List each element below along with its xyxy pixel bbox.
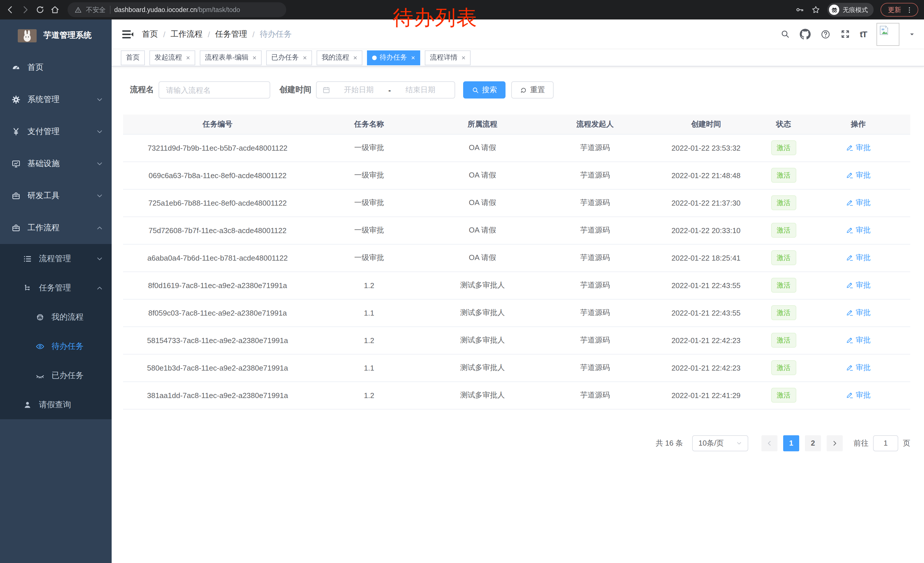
avatar-caret-icon[interactable] bbox=[909, 31, 915, 37]
app-logo[interactable]: 芋道管理系统 bbox=[0, 20, 112, 51]
task-name: 1.1 bbox=[312, 299, 426, 326]
approve-button[interactable]: 审批 bbox=[846, 280, 871, 290]
chevron-up-icon bbox=[96, 284, 103, 291]
status-badge: 激活 bbox=[771, 388, 796, 402]
list-icon bbox=[23, 254, 32, 263]
close-icon[interactable]: × bbox=[461, 54, 465, 62]
approve-label: 审批 bbox=[856, 335, 871, 345]
bookmark-star-icon[interactable] bbox=[811, 5, 820, 14]
close-icon[interactable]: × bbox=[411, 54, 415, 62]
edit-icon bbox=[846, 144, 854, 152]
prev-page-button[interactable] bbox=[761, 435, 777, 451]
browser-menu-icon[interactable] bbox=[906, 6, 913, 14]
page-1-button[interactable]: 1 bbox=[783, 435, 799, 451]
search-button-label: 搜索 bbox=[482, 85, 497, 95]
help-icon[interactable] bbox=[820, 29, 831, 39]
task-id: 725a1eb6-7b88-11ec-8ef0-acde48001122 bbox=[123, 189, 312, 216]
sidebar-item-todo-tasks[interactable]: 待办任务 bbox=[0, 332, 112, 361]
tab-done-tasks[interactable]: 已办任务× bbox=[266, 50, 312, 65]
close-icon[interactable]: × bbox=[353, 54, 357, 62]
close-icon[interactable]: × bbox=[186, 54, 190, 62]
close-icon[interactable]: × bbox=[252, 54, 256, 62]
sidebar-item-done-tasks[interactable]: 已办任务 bbox=[0, 361, 112, 390]
status-badge: 激活 bbox=[771, 278, 796, 293]
user-icon bbox=[23, 400, 32, 409]
starter: 芋道源码 bbox=[539, 162, 651, 189]
url-host: dashboard.yudao.iocoder.cn bbox=[114, 6, 197, 13]
date-range-separator: - bbox=[387, 86, 392, 94]
tab-start-process[interactable]: 发起流程× bbox=[149, 50, 195, 65]
search-icon[interactable] bbox=[780, 29, 790, 39]
starter: 芋道源码 bbox=[539, 354, 651, 381]
date-range-picker[interactable]: 开始日期 - 结束日期 bbox=[316, 81, 455, 99]
process-name-input[interactable] bbox=[159, 81, 270, 99]
approve-label: 审批 bbox=[856, 225, 871, 236]
tab-process-detail[interactable]: 流程详情× bbox=[425, 50, 471, 65]
reset-button[interactable]: 重置 bbox=[511, 81, 554, 99]
page-size-select[interactable]: 10条/页 bbox=[692, 435, 748, 451]
font-size-icon[interactable]: tT bbox=[860, 29, 867, 39]
fullscreen-icon[interactable] bbox=[840, 29, 850, 39]
approve-button[interactable]: 审批 bbox=[846, 308, 871, 318]
broken-image-icon bbox=[878, 24, 890, 36]
sidebar-item-task-management[interactable]: 任务管理 bbox=[0, 273, 112, 302]
approve-button[interactable]: 审批 bbox=[846, 143, 871, 153]
task-id: 75d72608-7b7f-11ec-a3c8-acde48001122 bbox=[123, 216, 312, 244]
close-icon[interactable]: × bbox=[303, 54, 307, 62]
sidebar-item-label: 首页 bbox=[27, 62, 44, 73]
task-id: 8f0d1619-7ac8-11ec-a9e2-a2380e71991a bbox=[123, 272, 312, 299]
password-key-icon[interactable] bbox=[795, 5, 804, 14]
breadcrumb-workflow[interactable]: 工作流程 bbox=[171, 29, 202, 39]
end-date-placeholder[interactable]: 结束日期 bbox=[392, 85, 449, 95]
sidebar-toggle-icon[interactable] bbox=[121, 27, 135, 41]
tab-label: 待办任务 bbox=[380, 53, 407, 62]
next-page-button[interactable] bbox=[826, 435, 843, 451]
col-task-name: 任务名称 bbox=[312, 114, 426, 134]
search-button[interactable]: 搜索 bbox=[463, 81, 506, 99]
approve-button[interactable]: 审批 bbox=[846, 335, 871, 345]
forward-icon[interactable] bbox=[21, 5, 30, 14]
approve-button[interactable]: 审批 bbox=[846, 390, 871, 400]
tab-todo-tasks[interactable]: 待办任务× bbox=[367, 50, 420, 65]
sidebar-item-infrastructure[interactable]: 基础设施 bbox=[0, 148, 112, 180]
page-2-button[interactable]: 2 bbox=[805, 435, 821, 451]
status-badge: 激活 bbox=[771, 223, 796, 238]
table-row: 381aa1dd-7ac8-11ec-a9e2-a2380e71991a1.2测… bbox=[123, 381, 910, 409]
sidebar-item-my-process[interactable]: 我的流程 bbox=[0, 302, 112, 332]
page-size-value: 10条/页 bbox=[699, 438, 724, 448]
avatar[interactable] bbox=[876, 23, 899, 45]
home-icon[interactable] bbox=[50, 5, 60, 14]
goto-page-input[interactable] bbox=[873, 435, 898, 451]
approve-button[interactable]: 审批 bbox=[846, 252, 871, 263]
breadcrumb-home[interactable]: 首页 bbox=[142, 29, 158, 39]
tab-my-process[interactable]: 我的流程× bbox=[316, 50, 362, 65]
chevron-up-icon bbox=[96, 225, 103, 231]
navbar-actions: tT bbox=[780, 23, 915, 45]
sidebar-item-workflow[interactable]: 工作流程 bbox=[0, 212, 112, 244]
approve-button[interactable]: 审批 bbox=[846, 198, 871, 208]
edit-icon bbox=[846, 364, 854, 371]
approve-button[interactable]: 审批 bbox=[846, 363, 871, 373]
tab-home[interactable]: 首页 bbox=[121, 50, 145, 65]
update-button[interactable]: 更新 bbox=[880, 3, 918, 17]
breadcrumb-separator: / bbox=[252, 30, 255, 39]
url-text: dashboard.yudao.iocoder.cn/bpm/task/todo bbox=[114, 6, 240, 13]
approve-button[interactable]: 审批 bbox=[846, 225, 871, 236]
reload-icon[interactable] bbox=[36, 5, 45, 14]
process-name: 测试多审批人 bbox=[426, 326, 539, 354]
sidebar-item-process-management[interactable]: 流程管理 bbox=[0, 244, 112, 273]
address-bar[interactable]: 不安全 dashboard.yudao.iocoder.cn/bpm/task/… bbox=[68, 2, 286, 17]
sidebar-item-home[interactable]: 首页 bbox=[0, 51, 112, 84]
sidebar-item-leave-query[interactable]: 请假查询 bbox=[0, 390, 112, 419]
github-icon[interactable] bbox=[800, 29, 811, 39]
sidebar-item-dev-tools[interactable]: 研发工具 bbox=[0, 180, 112, 212]
tab-process-form-edit[interactable]: 流程表单-编辑× bbox=[200, 50, 262, 65]
breadcrumb-task-management[interactable]: 任务管理 bbox=[215, 29, 248, 39]
sidebar-item-system[interactable]: 系统管理 bbox=[0, 84, 112, 116]
approve-button[interactable]: 审批 bbox=[846, 170, 871, 180]
start-date-placeholder[interactable]: 开始日期 bbox=[330, 85, 387, 95]
workflow-submenu: 流程管理 任务管理 我的流程 待办任务 已办任务 请假 bbox=[0, 244, 112, 419]
sidebar-item-payment[interactable]: 支付管理 bbox=[0, 116, 112, 148]
back-icon[interactable] bbox=[6, 5, 15, 14]
status-badge: 激活 bbox=[771, 195, 796, 210]
